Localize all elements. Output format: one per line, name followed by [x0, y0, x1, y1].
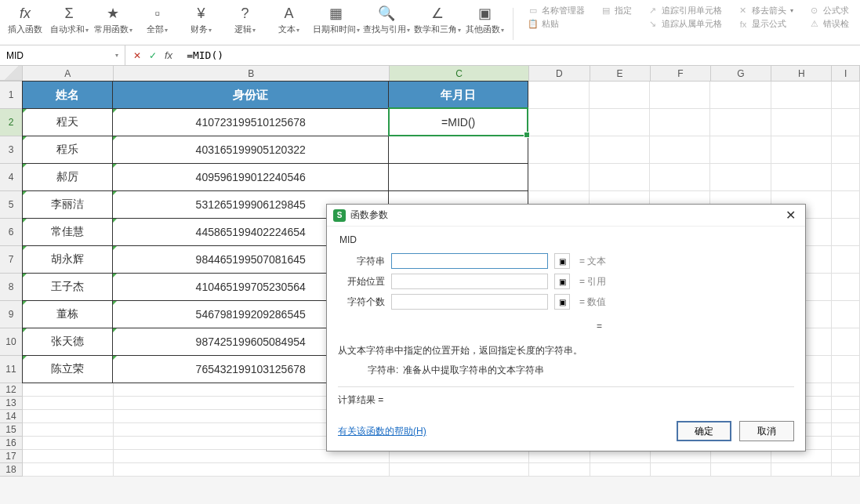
arg-input-2[interactable] — [391, 294, 548, 310]
cancel-button[interactable]: 取消 — [739, 421, 794, 441]
cell[interactable] — [651, 463, 711, 477]
range-select-icon[interactable]: ▣ — [554, 274, 570, 289]
cell-name[interactable]: 张天德 — [22, 328, 113, 356]
row-header-18[interactable]: 18 — [0, 463, 23, 477]
cell-ymd[interactable]: =MID() — [388, 107, 528, 136]
row-header-16[interactable]: 16 — [0, 437, 23, 450]
cell-name[interactable]: 李丽洁 — [22, 190, 113, 219]
row-header-7[interactable]: 7 — [0, 246, 23, 274]
row-header-9[interactable]: 9 — [0, 301, 23, 328]
dialog-titlebar[interactable]: S 函数参数 ✕ — [327, 205, 805, 227]
cell[interactable] — [590, 136, 650, 164]
row-header-14[interactable]: 14 — [0, 410, 23, 423]
finance-button[interactable]: ¥ 财务▾ — [183, 3, 220, 37]
cell[interactable] — [832, 450, 860, 463]
cell[interactable] — [114, 450, 390, 463]
cell[interactable] — [771, 82, 832, 109]
cell-id[interactable]: 409596199012240546 — [112, 163, 389, 191]
fx-icon[interactable]: fx — [165, 49, 172, 61]
cell[interactable] — [651, 450, 711, 463]
row-header-3[interactable]: 3 — [0, 136, 23, 164]
column-header-F[interactable]: F — [651, 66, 711, 81]
cell[interactable] — [23, 423, 114, 437]
cancel-formula-button[interactable]: ✕ — [133, 50, 141, 61]
name-manager-button[interactable]: ▭名称管理器 — [528, 5, 585, 16]
range-select-icon[interactable]: ▣ — [554, 294, 570, 310]
cell[interactable] — [710, 136, 771, 164]
row-header-6[interactable]: 6 — [0, 219, 23, 246]
cell[interactable] — [528, 164, 589, 191]
cell[interactable] — [528, 109, 589, 136]
column-header-D[interactable]: D — [529, 66, 590, 81]
cell[interactable] — [23, 450, 114, 463]
cell[interactable] — [650, 164, 710, 191]
lookup-button[interactable]: 🔍 查找与引用▾ — [365, 3, 408, 37]
cell[interactable] — [529, 450, 590, 463]
column-header-E[interactable]: E — [590, 66, 651, 81]
cell[interactable] — [710, 164, 771, 191]
cell-name[interactable]: 陈立荣 — [22, 355, 113, 383]
cell[interactable] — [590, 82, 650, 109]
cell[interactable] — [710, 109, 771, 136]
confirm-formula-button[interactable]: ✓ — [149, 50, 157, 61]
datetime-button[interactable]: ▦ 日期和时间▾ — [314, 3, 358, 37]
cell[interactable] — [832, 136, 860, 164]
cell[interactable] — [832, 301, 860, 328]
cell[interactable] — [23, 383, 114, 397]
cell[interactable] — [590, 463, 651, 477]
column-header-I[interactable]: I — [832, 66, 860, 81]
cell[interactable] — [771, 136, 832, 164]
cell-name[interactable]: 胡永辉 — [22, 245, 113, 274]
logic-button[interactable]: ? 逻辑▾ — [227, 3, 264, 37]
cell[interactable] — [832, 410, 860, 423]
cell-ymd[interactable] — [388, 136, 528, 164]
cell[interactable] — [23, 397, 114, 410]
cell[interactable] — [832, 328, 860, 356]
header-cell-name[interactable]: 姓名 — [22, 81, 113, 109]
error-check-button[interactable]: ⚠错误检 — [809, 18, 849, 30]
cell-name[interactable]: 王子杰 — [22, 273, 113, 301]
cell[interactable] — [650, 136, 710, 164]
cell-name[interactable]: 郝厉 — [22, 163, 113, 191]
cell[interactable] — [23, 410, 114, 423]
cell-id[interactable]: 410723199510125678 — [112, 108, 389, 136]
arg-input-1[interactable] — [391, 274, 548, 289]
row-header-10[interactable]: 10 — [0, 328, 23, 356]
cell-id[interactable]: 403165199905120322 — [112, 136, 389, 164]
row-header-4[interactable]: 4 — [0, 164, 23, 191]
column-header-G[interactable]: G — [711, 66, 771, 81]
cell[interactable] — [528, 82, 589, 109]
cell[interactable] — [832, 82, 860, 109]
cell[interactable] — [590, 164, 650, 191]
all-functions-button[interactable]: ▫ 全部▾ — [139, 3, 176, 37]
row-header-5[interactable]: 5 — [0, 191, 23, 219]
trace-precedents-button[interactable]: ↗追踪引用单元格 — [648, 5, 722, 16]
cell[interactable] — [590, 450, 651, 463]
column-header-A[interactable]: A — [23, 66, 114, 81]
row-header-2[interactable]: 2 — [0, 109, 23, 136]
help-link[interactable]: 有关该函数的帮助(H) — [338, 425, 426, 438]
row-header-12[interactable]: 12 — [0, 383, 23, 397]
formula-eval-button[interactable]: ⊙公式求 — [809, 5, 849, 16]
other-button[interactable]: ▣ 其他函数▾ — [466, 3, 503, 37]
close-icon[interactable]: ✕ — [782, 208, 799, 223]
define-button[interactable]: ▤指定 — [601, 5, 632, 16]
row-header-8[interactable]: 8 — [0, 274, 23, 301]
trace-dependents-button[interactable]: ↘追踪从属单元格 — [648, 18, 722, 30]
row-header-13[interactable]: 13 — [0, 397, 23, 410]
cell[interactable] — [590, 109, 650, 136]
cell[interactable] — [832, 164, 860, 191]
cell-name[interactable]: 程乐 — [22, 136, 113, 164]
cell[interactable] — [832, 437, 860, 450]
cell-name[interactable]: 程天 — [22, 108, 113, 136]
cell[interactable] — [832, 274, 860, 301]
cell[interactable] — [528, 136, 589, 164]
cell[interactable] — [711, 463, 771, 477]
cell[interactable] — [114, 463, 390, 477]
cell[interactable] — [710, 82, 771, 109]
cell[interactable] — [390, 450, 529, 463]
cell[interactable] — [832, 191, 860, 219]
cell[interactable] — [832, 356, 860, 383]
header-cell-id[interactable]: 身份证 — [112, 81, 389, 109]
cell[interactable] — [650, 109, 710, 136]
